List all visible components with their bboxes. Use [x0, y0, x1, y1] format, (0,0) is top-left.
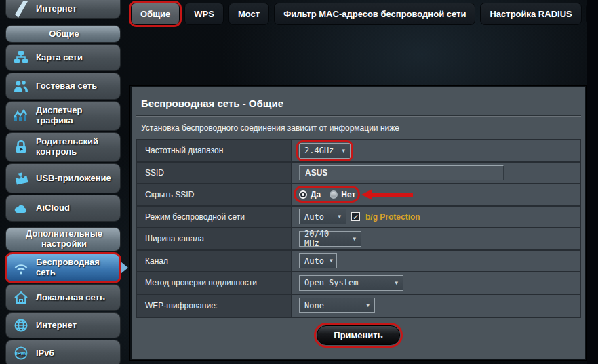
field-label: Ширина канала: [137, 228, 292, 249]
tab-label: Настройка RADIUS: [490, 9, 572, 19]
field-value-cell: None: [292, 295, 580, 317]
tab-bridge[interactable]: Мост: [228, 3, 269, 25]
settings-table: Частотный диапазон 2.4GHz SSID Скрыть SS…: [136, 139, 581, 318]
guest-network-icon: [11, 78, 31, 94]
apply-button[interactable]: Применить: [317, 325, 399, 345]
tab-label: Мост: [238, 9, 260, 19]
auth-method-select[interactable]: Open System: [299, 275, 403, 291]
sidebar-item-usb-application[interactable]: USB-приложение: [5, 163, 121, 193]
svg-text:IPv6: IPv6: [16, 351, 26, 356]
select-value: Auto: [304, 212, 324, 222]
hide-ssid-radio-group: Да Нет: [299, 188, 361, 201]
sidebar: Интернет Общие Карта сети: [5, 0, 121, 364]
field-label: Метод проверки подлинности: [137, 272, 292, 294]
sidebar-item-label: Родительский контроль: [36, 137, 117, 157]
section-header-label: Дополнительные настройки: [11, 229, 117, 249]
form-row-frequency-band: Частотный диапазон 2.4GHz: [137, 140, 580, 163]
sidebar-item-traffic-manager[interactable]: Диспетчер трафика: [5, 101, 121, 131]
frequency-band-select[interactable]: 2.4GHz: [299, 143, 351, 159]
background-right-strip: [587, 0, 598, 364]
sidebar-item-label: Диспетчер трафика: [36, 106, 117, 126]
form-row-wireless-mode: Режим беспроводной сети Auto b/g Protect…: [137, 207, 580, 229]
field-value-cell: [292, 163, 580, 184]
bg-protection-checkbox[interactable]: [351, 212, 360, 221]
sidebar-item-wireless[interactable]: Беспроводная сеть: [5, 253, 121, 283]
field-value-cell: Open System: [292, 272, 580, 294]
sidebar-item-guest-network[interactable]: Гостевая сеть: [5, 73, 121, 100]
sidebar-section-header-general: Общие: [5, 25, 121, 43]
sidebar-item-network-map[interactable]: Карта сети: [5, 44, 121, 71]
sidebar-item-ipv6[interactable]: IPv6 IPv6: [5, 340, 121, 364]
selected-item-pointer: [121, 262, 128, 274]
field-label: Канал: [137, 251, 292, 272]
field-value-cell: Да Нет: [292, 184, 580, 205]
wifi-icon: [11, 260, 31, 276]
sidebar-item-label: USB-приложение: [36, 174, 111, 184]
tab-mac-filter[interactable]: Фильтр MAC-адресов беспроводной сети: [274, 3, 475, 25]
form-row-wep-encryption: WEP-шифрование: None: [137, 295, 580, 317]
sidebar-item-lan[interactable]: Локальная сеть: [5, 284, 121, 311]
network-map-icon: [11, 49, 31, 66]
field-label: Скрыть SSID: [137, 184, 292, 205]
wireless-general-panel: Беспроводная сеть - Общие Установка бесп…: [130, 86, 586, 360]
field-value-cell: 2.4GHz: [292, 140, 580, 161]
wep-encryption-select[interactable]: None: [299, 298, 375, 313]
field-value-cell: Auto: [292, 251, 580, 272]
sidebar-item-label: Карта сети: [36, 53, 83, 63]
sidebar-item-label: Локальная сеть: [36, 293, 105, 303]
hide-ssid-radio-no[interactable]: [330, 190, 338, 199]
sidebar-item-label: IPv6: [36, 348, 54, 359]
select-value: Auto: [304, 256, 324, 266]
tab-general[interactable]: Общие: [131, 3, 180, 25]
tab-label: WPS: [194, 9, 214, 19]
arrow-head: [361, 189, 372, 200]
page-title: Беспроводная сеть - Общие: [141, 98, 576, 109]
title-divider: [136, 115, 581, 116]
radio-label-no: Нет: [341, 190, 355, 199]
bg-protection-label: b/g Protection: [365, 212, 420, 222]
apply-row: Применить: [132, 325, 585, 345]
field-label: Режим беспроводной сети: [137, 207, 292, 228]
globe-icon: [11, 317, 31, 333]
chevron-down-icon: [366, 302, 370, 308]
arrow-tail: [372, 193, 413, 197]
home-icon: [11, 289, 31, 306]
channel-bandwidth-select[interactable]: 20/40 MHz: [299, 231, 361, 247]
apply-button-label: Применить: [334, 330, 382, 340]
ipv6-globe-icon: IPv6: [11, 345, 31, 361]
sidebar-item-label: Гостевая сеть: [36, 81, 97, 92]
field-label: Частотный диапазон: [137, 140, 292, 161]
chevron-down-icon: [353, 236, 356, 242]
field-label: WEP-шифрование:: [137, 295, 292, 317]
tab-radius[interactable]: Настройка RADIUS: [480, 3, 581, 25]
annotation-arrow-left: [361, 189, 413, 200]
field-value-cell: 20/40 MHz: [292, 228, 580, 249]
sidebar-item-label: Интернет: [36, 4, 77, 14]
field-value-cell: Auto b/g Protection: [292, 207, 580, 228]
sidebar-item-wan[interactable]: Интернет: [5, 312, 121, 338]
select-value: 2.4GHz: [304, 146, 334, 155]
wireless-mode-select[interactable]: Auto: [299, 209, 346, 224]
chevron-down-icon: [342, 148, 345, 154]
form-row-ssid: SSID: [137, 163, 580, 185]
select-value: 20/40 MHz: [304, 229, 347, 248]
parental-lock-icon: [11, 139, 31, 155]
form-row-channel-bandwidth: Ширина канала 20/40 MHz: [137, 228, 580, 251]
channel-select[interactable]: Auto: [299, 253, 337, 268]
chevron-down-icon: [395, 280, 398, 286]
chevron-down-icon: [330, 258, 333, 264]
radio-label-yes: Да: [311, 190, 321, 199]
hide-ssid-radio-yes[interactable]: [299, 190, 307, 199]
tab-wps[interactable]: WPS: [184, 3, 224, 25]
form-row-auth-method: Метод проверки подлинности Open System: [137, 272, 580, 295]
sidebar-item-parental-control[interactable]: Родительский контроль: [5, 132, 121, 162]
sidebar-item-label: AiCloud: [36, 203, 70, 214]
quick-setup-pencil-icon: [11, 1, 31, 18]
sidebar-item-aicloud[interactable]: AiCloud: [5, 195, 121, 222]
select-value: Open System: [304, 278, 358, 287]
form-row-hide-ssid: Скрыть SSID Да Нет: [137, 184, 580, 207]
chevron-down-icon: [338, 214, 341, 220]
cloud-icon: [11, 200, 31, 216]
ssid-input[interactable]: [299, 165, 504, 180]
sidebar-item-quick-internet-setup[interactable]: Интернет: [5, 0, 121, 19]
